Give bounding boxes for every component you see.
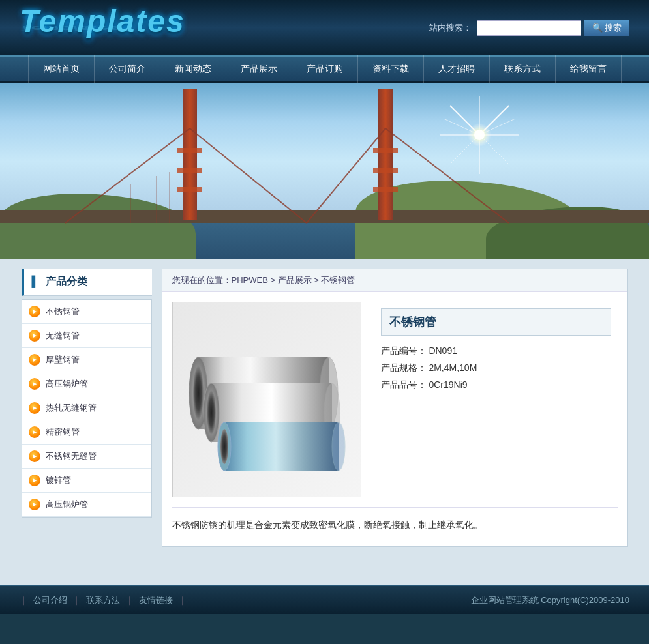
- sidebar-item-seamless[interactable]: 无缝钢管: [22, 324, 151, 348]
- search-button[interactable]: 🔍 搜索: [584, 20, 629, 36]
- nav-item-download[interactable]: 资料下载: [358, 55, 424, 83]
- product-code-value: DN091: [429, 345, 457, 356]
- product-description: 不锈钢防锈的机理是合金元素变成致密氧化膜，断绝氧接触，制止继承氧化。: [172, 507, 618, 536]
- sidebar-title-text: 产品分类: [46, 276, 87, 287]
- product-info: 不锈钢管 产品编号： DN091 产品规格： 2M,4M,10M 产品品号： 0…: [374, 302, 618, 497]
- product-layout: 不锈钢管 产品编号： DN091 产品规格： 2M,4M,10M 产品品号： 0…: [172, 302, 618, 497]
- sidebar-item-boiler[interactable]: 高压锅炉管: [22, 372, 151, 396]
- sidebar: ▌ 产品分类 不锈钢管 无缝钢管 厚壁钢管 高压锅炉管: [22, 269, 152, 547]
- svg-point-37: [332, 422, 345, 471]
- sidebar-item-thick[interactable]: 厚壁钢管: [22, 348, 151, 372]
- svg-point-32: [207, 390, 216, 435]
- footer-link-about[interactable]: 公司介绍: [28, 594, 72, 606]
- footer-sep-1: ｜: [72, 594, 81, 606]
- svg-rect-21: [177, 187, 202, 192]
- sidebar-icon-6: [29, 450, 40, 462]
- footer-link-contact[interactable]: 联系方法: [81, 594, 125, 606]
- header: Templates Templates 站内搜索： 🔍 搜索: [0, 0, 649, 55]
- sidebar-item-label-5: 精密钢管: [46, 426, 80, 438]
- footer-copyright: 企业网站管理系统 Copyright(C)2009-2010: [471, 594, 629, 606]
- sidebar-icon-8: [29, 499, 40, 510]
- product-title: 不锈钢管: [381, 308, 611, 336]
- svg-rect-19: [177, 148, 202, 153]
- svg-rect-24: [373, 187, 398, 192]
- sidebar-item-stainless[interactable]: 不锈钢管: [22, 300, 151, 324]
- sidebar-item-label-4: 热轧无缝钢管: [46, 402, 97, 414]
- product-brand: 产品品号： 0Cr19Ni9: [381, 379, 611, 391]
- footer-sep-start: ｜: [20, 594, 28, 606]
- svg-point-28: [193, 366, 204, 420]
- sidebar-item-label-2: 厚壁钢管: [46, 354, 80, 366]
- sidebar-icon-2: [29, 354, 40, 366]
- footer-sep-end: ｜: [178, 594, 187, 606]
- svg-rect-34: [224, 422, 339, 471]
- svg-point-36: [220, 429, 228, 464]
- nav-item-home[interactable]: 网站首页: [28, 55, 95, 83]
- sidebar-item-label-6: 不锈钢无缝管: [46, 450, 97, 462]
- search-icon: 🔍: [592, 23, 603, 33]
- sidebar-icon-0: [29, 306, 40, 317]
- sidebar-icon-3: [29, 378, 40, 390]
- nav-item-message[interactable]: 给我留言: [556, 55, 622, 83]
- hero-banner: [0, 83, 649, 259]
- sidebar-icon-7: [29, 475, 40, 486]
- search-input[interactable]: [477, 20, 581, 36]
- product-spec-label: 产品规格：: [381, 362, 427, 373]
- footer: ｜ 公司介绍 ｜ 联系方法 ｜ 友情链接 ｜ 企业网站管理系统 Copyrigh…: [0, 585, 649, 614]
- content-wrapper: ▌ 产品分类 不锈钢管 无缝钢管 厚壁钢管 高压锅炉管: [22, 269, 628, 547]
- sidebar-item-hpboiler[interactable]: 高压锅炉管: [22, 493, 151, 517]
- hero-cables: [0, 83, 649, 259]
- sidebar-item-hotroll[interactable]: 热轧无缝钢管: [22, 396, 151, 420]
- svg-rect-23: [373, 168, 398, 173]
- nav-item-products[interactable]: 产品展示: [226, 55, 292, 83]
- main-area: ▌ 产品分类 不锈钢管 无缝钢管 厚壁钢管 高压锅炉管: [0, 259, 649, 585]
- sidebar-item-label-8: 高压锅炉管: [46, 499, 88, 510]
- footer-sep-2: ｜: [125, 594, 134, 606]
- nav-item-recruit[interactable]: 人才招聘: [424, 55, 490, 83]
- svg-line-13: [190, 128, 307, 223]
- product-brand-value: 0Cr19Ni9: [429, 379, 467, 390]
- svg-line-14: [307, 128, 385, 223]
- sidebar-item-label-0: 不锈钢管: [46, 306, 80, 317]
- nav-item-news[interactable]: 新闻动态: [160, 55, 226, 83]
- svg-rect-20: [177, 168, 202, 173]
- search-bar: 站内搜索： 🔍 搜索: [429, 20, 629, 36]
- product-spec: 产品规格： 2M,4M,10M: [381, 362, 611, 374]
- sidebar-item-label-1: 无缝钢管: [46, 330, 80, 342]
- nav: 网站首页 公司简介 新闻动态 产品展示 产品订购 资料下载 人才招聘 联系方式 …: [0, 55, 649, 83]
- svg-line-12: [65, 128, 190, 223]
- search-btn-label: 搜索: [605, 22, 622, 34]
- svg-rect-22: [373, 148, 398, 153]
- nav-item-order[interactable]: 产品订购: [292, 55, 358, 83]
- sidebar-icon-1: [29, 330, 40, 342]
- footer-links: ｜ 公司介绍 ｜ 联系方法 ｜ 友情链接 ｜: [20, 594, 187, 606]
- sidebar-title: ▌ 产品分类: [22, 269, 152, 296]
- product-section: 不锈钢管 产品编号： DN091 产品规格： 2M,4M,10M 产品品号： 0…: [162, 292, 627, 546]
- sidebar-icon-4: [29, 402, 40, 414]
- nav-item-contact[interactable]: 联系方式: [490, 55, 556, 83]
- sidebar-item-label-7: 镀锌管: [46, 475, 71, 486]
- sidebar-icon-5: [29, 426, 40, 438]
- breadcrumb: 您现在的位置：PHPWEB > 产品展示 > 不锈钢管: [162, 269, 627, 292]
- main-content: 您现在的位置：PHPWEB > 产品展示 > 不锈钢管: [162, 269, 628, 547]
- logo-reflection: Templates: [20, 24, 185, 31]
- steel-pipes-svg: [179, 308, 355, 491]
- logo-wrap: Templates Templates: [20, 6, 185, 50]
- product-brand-label: 产品品号：: [381, 379, 427, 390]
- sidebar-item-galvanized[interactable]: 镀锌管: [22, 469, 151, 493]
- svg-line-15: [385, 128, 509, 223]
- sidebar-list: 不锈钢管 无缝钢管 厚壁钢管 高压锅炉管 热轧无缝钢管: [22, 299, 152, 518]
- product-image: [172, 302, 361, 497]
- search-label: 站内搜索：: [429, 22, 472, 34]
- sidebar-item-label-3: 高压锅炉管: [46, 378, 88, 390]
- product-code: 产品编号： DN091: [381, 345, 611, 357]
- sidebar-item-ssnoseam[interactable]: 不锈钢无缝管: [22, 445, 151, 469]
- footer-link-friends[interactable]: 友情链接: [134, 594, 178, 606]
- sidebar-title-bar: ▌: [32, 276, 39, 287]
- sidebar-item-precision[interactable]: 精密钢管: [22, 420, 151, 445]
- product-spec-value: 2M,4M,10M: [429, 362, 477, 373]
- nav-item-about[interactable]: 公司简介: [95, 55, 160, 83]
- product-code-label: 产品编号：: [381, 345, 427, 356]
